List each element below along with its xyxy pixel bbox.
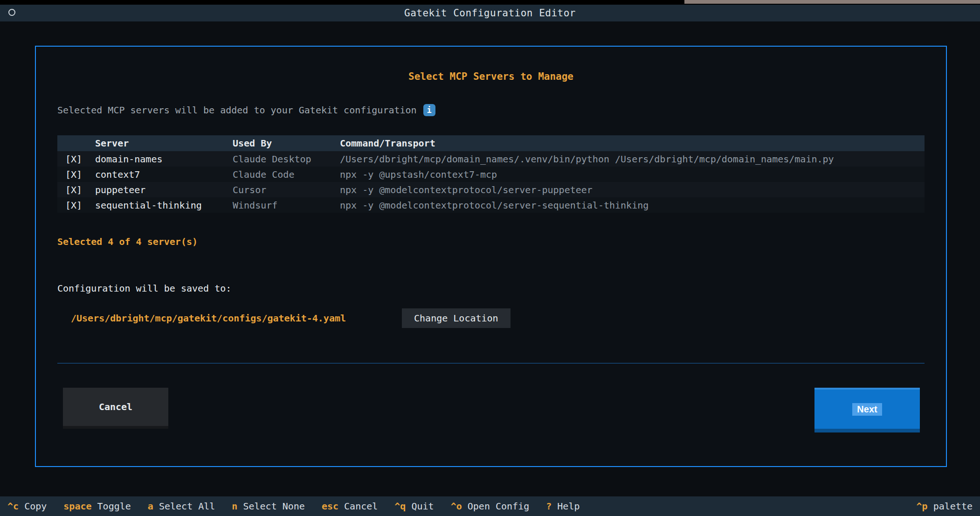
server-name: puppeteer — [95, 184, 233, 195]
server-command: /Users/dbright/mcp/domain_names/.venv/bi… — [340, 153, 925, 165]
col-header-server: Server — [95, 138, 233, 149]
server-table-header: Server Used By Command/Transport — [57, 135, 925, 151]
change-location-button[interactable]: Change Location — [402, 308, 511, 328]
shortcut-label: Toggle — [97, 501, 131, 512]
server-command: npx -y @modelcontextprotocol/server-sequ… — [340, 200, 925, 211]
app-header: Gatekit Configuration Editor — [0, 5, 980, 21]
shortcut-help[interactable]: ? Help — [546, 501, 580, 512]
shortcut-key: ^p — [917, 501, 928, 512]
server-name: sequential-thinking — [95, 200, 233, 211]
col-header-usedby: Used By — [233, 138, 340, 149]
shortcut-key: ^q — [394, 501, 406, 512]
shortcut-cancel[interactable]: esc Cancel — [322, 501, 378, 512]
mcp-server-select-dialog: Select MCP Servers to Manage Selected MC… — [35, 46, 947, 467]
terminal-screen: Gatekit Configuration Editor Select MCP … — [0, 0, 980, 516]
dialog-subtitle: Selected MCP servers will be added to yo… — [57, 104, 417, 117]
shortcut-select-none[interactable]: n Select None — [232, 501, 305, 512]
info-icon[interactable]: i — [423, 104, 435, 116]
used-by: Windsurf — [233, 200, 340, 211]
dialog-actions: Cancel Next — [57, 388, 925, 432]
row-checkbox[interactable]: [X] — [65, 200, 95, 211]
shortcut-key: ^o — [451, 501, 462, 512]
shortcut-key: n — [232, 501, 237, 512]
shortcut-key: ^c — [7, 501, 19, 512]
save-path: /Users/dbright/mcp/gatekit/configs/gatek… — [71, 313, 346, 324]
save-location-row: /Users/dbright/mcp/gatekit/configs/gatek… — [57, 308, 925, 328]
shortcut-key: a — [148, 501, 153, 512]
shortcut-palette[interactable]: ^p palette — [917, 501, 973, 512]
shortcut-key: esc — [322, 501, 338, 512]
table-row[interactable]: [X] puppeteer Cursor npx -y @modelcontex… — [57, 182, 925, 197]
used-by: Cursor — [233, 184, 340, 195]
footer-keybar: ^c Copy space Toggle a Select All n Sele… — [0, 496, 980, 516]
dialog-subtitle-row: Selected MCP servers will be added to yo… — [57, 104, 925, 117]
selected-summary: Selected 4 of 4 server(s) — [57, 235, 925, 248]
server-name: context7 — [95, 169, 233, 180]
server-command: npx -y @modelcontextprotocol/server-pupp… — [340, 184, 925, 195]
shortcut-toggle[interactable]: space Toggle — [63, 501, 131, 512]
app-title: Gatekit Configuration Editor — [0, 7, 980, 19]
next-button-label: Next — [852, 403, 882, 416]
footer-shortcuts: ^c Copy space Toggle a Select All n Sele… — [7, 501, 580, 512]
row-checkbox[interactable]: [X] — [65, 169, 95, 180]
col-header-command: Command/Transport — [340, 138, 925, 149]
row-checkbox[interactable]: [X] — [65, 153, 95, 165]
used-by: Claude Desktop — [233, 153, 340, 165]
server-name: domain-names — [95, 153, 233, 165]
shortcut-label: Select None — [243, 501, 304, 512]
next-button[interactable]: Next — [814, 388, 920, 432]
table-row[interactable]: [X] domain-names Claude Desktop /Users/d… — [57, 151, 925, 167]
command-palette-circle-icon[interactable] — [8, 9, 15, 16]
shortcut-label: Quit — [411, 501, 434, 512]
shortcut-key: ? — [546, 501, 552, 512]
shortcut-label: Open Config — [468, 501, 529, 512]
shortcut-open-config[interactable]: ^o Open Config — [451, 501, 530, 512]
table-row[interactable]: [X] context7 Claude Code npx -y @upstash… — [57, 167, 925, 182]
window-chrome-strip — [0, 0, 980, 5]
save-location-label: Configuration will be saved to: — [57, 282, 925, 295]
table-row[interactable]: [X] sequential-thinking Windsurf npx -y … — [57, 197, 925, 213]
shortcut-label: Cancel — [344, 501, 378, 512]
used-by: Claude Code — [233, 169, 340, 180]
shortcut-copy[interactable]: ^c Copy — [7, 501, 47, 512]
cancel-button[interactable]: Cancel — [63, 388, 168, 429]
shortcut-quit[interactable]: ^q Quit — [394, 501, 434, 512]
shortcut-select-all[interactable]: a Select All — [148, 501, 215, 512]
shortcut-label: Copy — [24, 501, 47, 512]
shortcut-label: Help — [557, 501, 580, 512]
row-checkbox[interactable]: [X] — [65, 184, 95, 195]
shortcut-label: Select All — [159, 501, 215, 512]
divider — [57, 363, 925, 363]
server-command: npx -y @upstash/context7-mcp — [340, 169, 925, 180]
window-chrome-fragment — [684, 0, 980, 4]
shortcut-label: palette — [933, 501, 973, 512]
shortcut-key: space — [63, 501, 91, 512]
server-table: Server Used By Command/Transport [X] dom… — [57, 135, 925, 213]
dialog-title: Select MCP Servers to Manage — [57, 70, 925, 83]
